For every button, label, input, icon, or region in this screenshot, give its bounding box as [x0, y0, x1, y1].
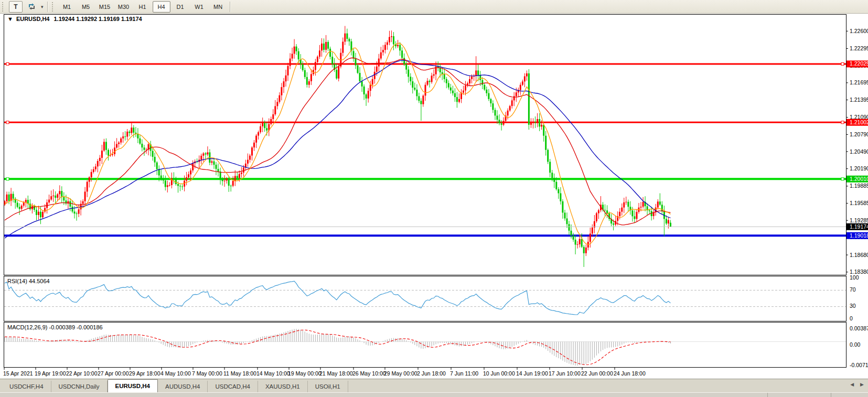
chart-tab-xauusd-h1[interactable]: XAUUSD,H1 [258, 381, 308, 392]
expander-icon: ▼ [7, 16, 13, 22]
toolbar-separator [47, 2, 48, 12]
hline-handle[interactable] [6, 62, 9, 65]
toolbar-grip[interactable] [52, 2, 56, 12]
period-button-MN[interactable]: MN [209, 1, 227, 13]
toolbar-separator [230, 2, 230, 12]
text-label-tool-button[interactable]: T [9, 1, 23, 13]
hline-handle[interactable] [841, 62, 844, 65]
chart-tab-usdchf-h4[interactable]: USDCHF,H4 [2, 381, 51, 392]
status-bar [0, 392, 868, 397]
macd-label: MACD(12,26,9) -0.000389 -0.000186 [7, 324, 103, 330]
toolbar-grip[interactable] [2, 2, 6, 12]
hline-handle[interactable] [6, 178, 9, 180]
rsi-label: RSI(14) 44.5064 [7, 278, 50, 284]
symbol-period-label: EURUSD,H4 [16, 16, 50, 22]
chart-tab-bar: USDCHF,H4USDCNH,DailyEURUSD,H4AUDUSD,H4U… [0, 379, 868, 392]
chart-window[interactable]: 1.226001.222951.219951.216951.213951.210… [0, 14, 868, 379]
chart-tab-usdcnh-daily[interactable]: USDCNH,Daily [51, 381, 108, 392]
timeframe-cycle-icon[interactable] [25, 1, 38, 13]
tab-scroll-left-icon[interactable]: ◀ [850, 382, 854, 387]
chart-tab-usoil-h1[interactable]: USOil,H1 [308, 381, 348, 392]
tab-container: USDCHF,H4USDCNH,DailyEURUSD,H4AUDUSD,H4U… [2, 379, 348, 392]
period-button-M1[interactable]: M1 [58, 1, 76, 13]
chart-tab-eurusd-h4[interactable]: EURUSD,H4 [108, 379, 158, 392]
period-button-M15[interactable]: M15 [96, 1, 114, 13]
hline-handle[interactable] [6, 121, 9, 124]
hline-handle[interactable] [841, 121, 844, 124]
hline-handle[interactable] [841, 178, 844, 180]
chart-canvas[interactable]: 1.226001.222951.219951.216951.213951.210… [0, 14, 868, 379]
cycle-arrows-icon [28, 3, 36, 10]
period-button-D1[interactable]: D1 [172, 1, 189, 13]
time-axis[interactable] [4, 368, 846, 378]
chart-tab-audusd-h4[interactable]: AUDUSD,H4 [158, 381, 208, 392]
period-button-M30[interactable]: M30 [115, 1, 133, 13]
chart-header: ▼EURUSD,H41.19244 1.19292 1.19169 1.1917… [7, 16, 143, 22]
tab-scroll-right-icon[interactable]: ▶ [860, 382, 864, 387]
period-button-H4[interactable]: H4 [153, 1, 170, 13]
period-button-W1[interactable]: W1 [190, 1, 208, 13]
chevron-down-icon[interactable]: ▾ [39, 4, 45, 9]
price-axis[interactable] [846, 14, 868, 367]
period-button-M5[interactable]: M5 [77, 1, 95, 13]
top-toolbar: T ▾ M1M5M15M30H1H4D1W1MN [0, 0, 868, 14]
period-buttons: M1M5M15M30H1H4D1W1MN [58, 1, 228, 13]
period-button-H1[interactable]: H1 [134, 1, 152, 13]
chart-tab-usdcad-h4[interactable]: USDCAD,H4 [208, 381, 258, 392]
